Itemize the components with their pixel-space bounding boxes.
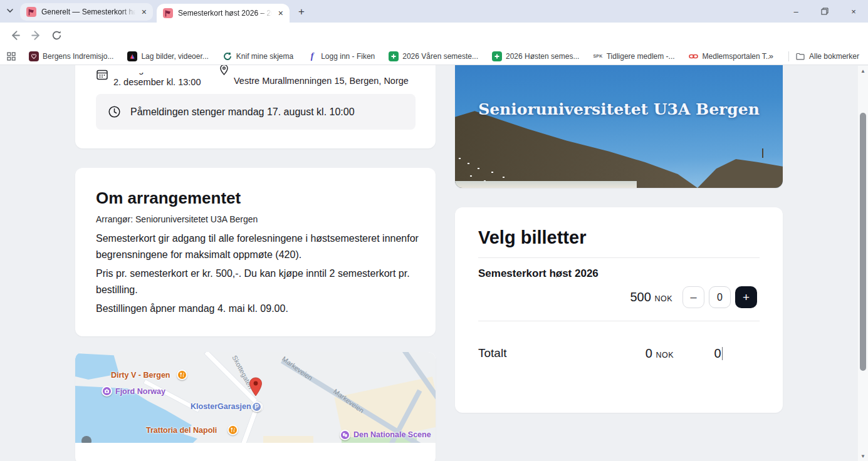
total-quantity[interactable]: 0 — [714, 346, 723, 361]
bookmark-favicon-icon: f — [307, 51, 317, 61]
tab-label: Generelt — Semesterkort høst 2 — [41, 8, 135, 16]
hero-image: Senioruniversitetet U3A Bergen — [455, 65, 783, 188]
mountain-ridge-right — [698, 151, 783, 188]
ticket-price: 500 NOK — [630, 290, 672, 304]
total-label: Totalt — [478, 346, 506, 360]
quantity-increase-button[interactable]: + — [735, 286, 757, 308]
bookmark-medlemsportalen[interactable]: Medlemsportalen T... — [689, 51, 769, 61]
checkin-favicon-icon — [26, 7, 36, 17]
hillside-houses — [459, 158, 461, 159]
all-bookmarks-button[interactable]: Alle bokmerker — [795, 51, 859, 61]
quantity-decrease-button[interactable]: – — [682, 286, 704, 308]
divider — [478, 257, 760, 258]
bookmark-lag-bilder[interactable]: Lag bilder, videoer... — [127, 51, 208, 61]
bookmark-favicon-icon — [127, 51, 137, 61]
poi-label[interactable]: KlosterGarasjen — [191, 402, 251, 411]
chain-link-icon — [689, 51, 699, 61]
calendar-icon — [96, 68, 108, 81]
date-end: 2. desember kl. 13:00 — [113, 77, 201, 87]
total-amount: 0 NOK — [646, 346, 674, 361]
spk-text-icon: SPK — [593, 54, 602, 58]
bookmark-logg-inn-fiken[interactable]: f Logg inn - Fiken — [307, 51, 375, 61]
registration-deadline-notice: Påmeldingen stenger mandag 17. august kl… — [96, 94, 416, 130]
about-paragraph: Pris pr. semesterkort er kr. 500,-. Du k… — [96, 266, 420, 298]
ticket-price-row: 500 NOK – 0 + — [630, 286, 757, 308]
bookmark-favicon-icon — [29, 51, 39, 61]
organizer-line: Arrangør: Senioruniversitetet U3A Bergen — [96, 214, 258, 224]
bookmark-tidligere-medlem[interactable]: SPK Tidligere medlem -... — [593, 52, 674, 61]
tab-list-chevron-icon[interactable] — [6, 7, 14, 14]
minimize-button[interactable]: – — [782, 0, 810, 23]
about-paragraph: Semesterkort gir adgang til alle foreles… — [96, 230, 420, 263]
scroll-up-icon[interactable]: ▲ — [858, 66, 868, 76]
page-scrollbar[interactable]: ▲ ▼ — [858, 66, 868, 461]
bookmark-favicon-icon — [492, 51, 502, 61]
apps-grid-icon[interactable] — [6, 51, 16, 61]
page-content: 26. august kl. 13:00 – 2. desember kl. 1… — [0, 65, 868, 461]
titlebar: Generelt — Semesterkort høst 2 × Semeste… — [0, 0, 868, 23]
about-paragraph: Bestillingen åpner mandag 4. mai kl. 09.… — [96, 301, 420, 317]
map-area — [263, 436, 313, 443]
tickets-title: Velg billetter — [478, 227, 586, 248]
checkin-favicon-icon — [163, 8, 173, 18]
map-destination-pin[interactable] — [248, 377, 263, 397]
clock-icon — [108, 105, 121, 118]
restaurant-poi-icon[interactable] — [177, 370, 187, 380]
poi-label[interactable]: Trattoria del Napoli — [146, 426, 217, 435]
back-icon[interactable] — [8, 28, 23, 43]
street-label: Markeveien — [281, 355, 314, 381]
divider — [478, 321, 760, 321]
poi-label[interactable]: Fjord Norway — [115, 387, 165, 396]
folder-icon — [795, 51, 805, 61]
bookmark-2026-hosten[interactable]: 2026 Høsten semes... — [492, 51, 579, 61]
restaurant-poi-icon[interactable] — [227, 425, 238, 435]
tab-semesterkort-active[interactable]: Semesterkort høst 2026 – 26. a × — [157, 4, 290, 23]
scroll-down-icon[interactable]: ▼ — [858, 451, 868, 461]
event-location: Vestre Murallmenningen 15, Bergen, Norge — [234, 76, 409, 86]
google-logo-partial — [81, 436, 92, 443]
scrollbar-thumb[interactable] — [860, 113, 866, 371]
tab-label: Semesterkort høst 2026 – 26. a — [178, 9, 272, 18]
attraction-poi-icon[interactable] — [102, 386, 112, 396]
bookmarks-bar: Bergens Indremisjo... Lag bilder, videoe… — [0, 48, 868, 65]
ticket-item-name: Semesterkort høst 2026 — [478, 267, 599, 280]
bookmark-knif-mine-skjema[interactable]: Knif mine skjema — [222, 51, 293, 61]
date-line-clipped: 26. august kl. 13:00 – — [113, 73, 201, 76]
bookmark-favicon-icon — [222, 51, 233, 61]
location-pin-icon — [219, 65, 229, 76]
restore-button[interactable] — [810, 0, 839, 23]
divider — [788, 51, 789, 61]
close-window-button[interactable]: × — [839, 0, 868, 23]
about-card: Om arrangementet Arrangør: Seniorunivers… — [75, 168, 436, 336]
tab-close-icon[interactable]: × — [140, 8, 148, 16]
bookmark-bergens-indremisjon[interactable]: Bergens Indremisjo... — [29, 51, 113, 61]
browser-window: Generelt — Semesterkort høst 2 × Semeste… — [0, 0, 868, 461]
browser-toolbar: event.checkin.no/221412/semesterkort-hoe… — [0, 23, 868, 48]
new-tab-button[interactable]: + — [295, 5, 308, 19]
about-title: Om arrangementet — [96, 189, 241, 208]
tab-generelt[interactable]: Generelt — Semesterkort høst 2 × — [20, 3, 153, 21]
ticket-selection-card: Velg billetter Semesterkort høst 2026 50… — [455, 207, 783, 413]
bookmark-favicon-icon — [389, 51, 399, 61]
map-card: Skottegaten Markeveien Markeveien Dirty … — [75, 352, 436, 461]
poi-label[interactable]: Den Nationale Scene — [353, 430, 431, 439]
event-dates: 26. august kl. 13:00 – 2. desember kl. 1… — [113, 73, 201, 87]
reload-icon[interactable] — [49, 28, 64, 43]
forward-icon[interactable] — [28, 28, 43, 43]
quantity-input[interactable]: 0 — [709, 286, 731, 308]
bookmarks-overflow-chevrons[interactable]: » — [769, 51, 773, 61]
antenna-tower — [762, 148, 763, 158]
parking-poi-icon[interactable]: P — [251, 401, 262, 412]
text-caret — [722, 347, 723, 360]
theater-poi-icon[interactable] — [340, 430, 350, 440]
bookmark-2026-varen[interactable]: 2026 Våren semeste... — [389, 51, 478, 61]
poi-label[interactable]: Dirty V - Bergen — [111, 371, 170, 380]
deadline-text: Påmeldingen stenger mandag 17. august kl… — [130, 106, 355, 118]
tab-close-icon[interactable]: × — [277, 9, 285, 18]
event-info-card: 26. august kl. 13:00 – 2. desember kl. 1… — [75, 65, 436, 148]
google-map[interactable]: Skottegaten Markeveien Markeveien Dirty … — [75, 352, 436, 443]
shoreline-buildings — [455, 181, 637, 188]
hero-title-text: Senioruniversitetet U3A Bergen — [455, 100, 783, 118]
